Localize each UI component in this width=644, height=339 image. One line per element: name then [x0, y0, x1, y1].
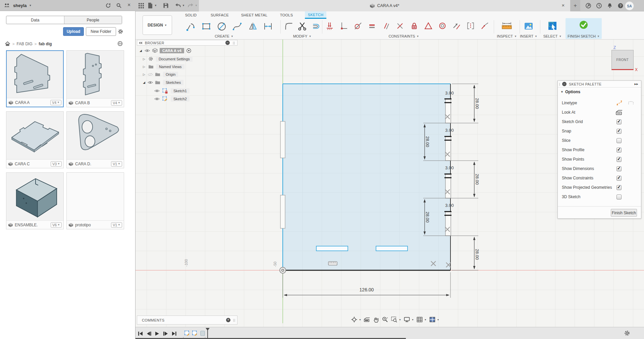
- timeline-feature-pending[interactable]: [200, 330, 206, 336]
- file-icon[interactable]: [148, 2, 153, 9]
- timeline-step-forward-icon[interactable]: [162, 330, 169, 337]
- app-grid-icon[interactable]: [138, 3, 144, 9]
- thumbnail-ensamble[interactable]: [6, 173, 63, 221]
- dimension-label[interactable]: 3.00: [443, 91, 455, 96]
- visibility-eye-icon[interactable]: [154, 89, 160, 93]
- timeline-go-to-end-icon[interactable]: [170, 330, 178, 337]
- curvature-constraint-icon[interactable]: [466, 21, 475, 30]
- slice-checkbox[interactable]: [616, 138, 622, 143]
- look-at-nav-icon[interactable]: [364, 317, 370, 323]
- dimension-label[interactable]: 28.00: [475, 172, 480, 187]
- collapse-browser-icon[interactable]: [139, 42, 142, 44]
- dimension-label[interactable]: 3.00: [443, 128, 455, 133]
- grid-settings-icon[interactable]: [416, 316, 423, 323]
- group-label-constraints[interactable]: CONSTRAINTS▼: [389, 34, 419, 38]
- view-cube[interactable]: Z FRONT X: [611, 45, 642, 72]
- new-tab-button[interactable]: +: [570, 0, 580, 11]
- workspace-switcher[interactable]: DESIGN▼: [143, 15, 172, 35]
- finish-sketch-button[interactable]: Finish Sketch: [611, 209, 637, 217]
- dimension-label[interactable]: 126.00: [353, 287, 380, 292]
- perpendicular-constraint-icon[interactable]: [339, 21, 348, 30]
- redo-menu-caret-icon[interactable]: ▼: [195, 4, 198, 7]
- equal-constraint-icon[interactable]: [368, 21, 376, 30]
- comments-add-icon[interactable]: +: [226, 318, 230, 322]
- fit-menu-caret-icon[interactable]: ▼: [399, 319, 401, 321]
- circle-icon[interactable]: [216, 20, 228, 32]
- save-icon[interactable]: [163, 3, 169, 8]
- new-folder-button[interactable]: New Folder: [86, 27, 116, 36]
- collapsed-triangle-icon[interactable]: ▷: [143, 57, 145, 61]
- origin-point[interactable]: [280, 267, 286, 273]
- show-constraints-checkbox[interactable]: [616, 176, 622, 181]
- version-badge[interactable]: V4▼: [50, 100, 61, 105]
- breadcrumb-root[interactable]: FAB DIG: [16, 42, 32, 46]
- visibility-eye-icon[interactable]: [145, 49, 150, 53]
- browser-item-label[interactable]: Sketch2: [171, 96, 190, 102]
- sync-globe-icon[interactable]: [117, 41, 123, 47]
- zoom-icon[interactable]: [382, 316, 388, 323]
- ribbon-tab-tools[interactable]: TOOLS: [279, 11, 294, 19]
- tab-data[interactable]: Data: [6, 16, 64, 24]
- ribbon-tab-solid[interactable]: SOLID: [182, 11, 199, 19]
- search-icon[interactable]: [116, 3, 122, 8]
- snap-checkbox[interactable]: [616, 129, 622, 134]
- group-label-create[interactable]: CREATE▼: [215, 34, 233, 38]
- visibility-eye-icon[interactable]: [154, 97, 160, 101]
- horizontal-vertical-constraint-icon[interactable]: [325, 21, 334, 30]
- browser-row-sketch2[interactable]: Sketch2: [154, 96, 190, 102]
- line-icon[interactable]: [185, 20, 197, 32]
- expand-triangle-icon[interactable]: ◢: [140, 49, 142, 52]
- offset-icon[interactable]: [310, 20, 321, 32]
- ribbon-tab-sketch[interactable]: SKETCH: [305, 11, 326, 19]
- card-name[interactable]: ENSAMBLE.: [15, 223, 51, 227]
- visibility-off-eye-icon[interactable]: [148, 72, 153, 76]
- notifications-bell-icon[interactable]: [607, 3, 613, 9]
- extensions-icon[interactable]: [585, 3, 591, 9]
- construction-linetype-icon[interactable]: [628, 100, 634, 106]
- show-dimensions-checkbox[interactable]: [616, 166, 622, 171]
- undo-icon[interactable]: [175, 3, 181, 8]
- thumbnail-cara-b[interactable]: [67, 51, 124, 99]
- group-label-inspect[interactable]: INSPECT▼: [497, 34, 517, 38]
- zoom-window-fit-icon[interactable]: [391, 316, 397, 323]
- browser-row-document-settings[interactable]: ▷ Document Settings: [143, 56, 193, 62]
- timeline-marker[interactable]: [205, 328, 210, 338]
- browser-root-label[interactable]: CARA A v4: [160, 48, 184, 53]
- concentric-constraint-icon[interactable]: [438, 21, 447, 30]
- card-name[interactable]: CARA D.: [75, 162, 111, 166]
- group-label-insert[interactable]: INSERT▼: [520, 34, 537, 38]
- comments-grip[interactable]: ||: [233, 319, 235, 322]
- browser-minimize-icon[interactable]: –: [225, 41, 230, 45]
- palette-grip[interactable]: |: [559, 82, 560, 86]
- timeline-feature-sketch2[interactable]: [192, 330, 198, 336]
- project-card[interactable]: CARA A V4▼: [6, 50, 64, 107]
- panel-settings-gear-icon[interactable]: [117, 29, 123, 35]
- fillet-icon[interactable]: [283, 20, 294, 32]
- card-name[interactable]: CARA B: [75, 101, 111, 105]
- dimension-icon[interactable]: [262, 20, 274, 32]
- job-status-clock-icon[interactable]: [596, 3, 602, 9]
- dimension-label[interactable]: 28.00: [475, 96, 480, 111]
- show-profile-checkbox[interactable]: [616, 148, 622, 153]
- spline-icon[interactable]: [231, 20, 243, 32]
- fix-lock-constraint-icon[interactable]: [410, 21, 419, 30]
- display-settings-icon[interactable]: [404, 316, 410, 323]
- file-menu-caret-icon[interactable]: ▼: [154, 4, 157, 7]
- sketch-grid-checkbox[interactable]: [616, 119, 622, 124]
- rectangle-icon[interactable]: [200, 20, 212, 32]
- sketch-profile-region[interactable]: [283, 84, 450, 270]
- project-card[interactable]: prototipo V1▼: [66, 172, 124, 229]
- browser-row-origin[interactable]: ▷ Origin: [143, 71, 178, 77]
- project-card[interactable]: CARA C V3▼: [6, 111, 64, 168]
- thumbnail-cara-d[interactable]: [67, 112, 124, 160]
- browser-row-sketch1[interactable]: Sketch1: [154, 88, 190, 94]
- symmetry-constraint-icon[interactable]: [452, 21, 461, 30]
- browser-item-label[interactable]: Sketches: [163, 80, 183, 85]
- browser-grip[interactable]: ||: [233, 41, 235, 45]
- version-badge[interactable]: V3▼: [51, 161, 62, 167]
- show-projected-geometries-checkbox[interactable]: [616, 185, 622, 190]
- palette-collapse-icon[interactable]: ▶▶: [634, 83, 638, 86]
- viewports-icon[interactable]: [429, 316, 436, 323]
- version-badge[interactable]: V1▼: [111, 161, 122, 167]
- card-name[interactable]: CARA A: [15, 100, 50, 105]
